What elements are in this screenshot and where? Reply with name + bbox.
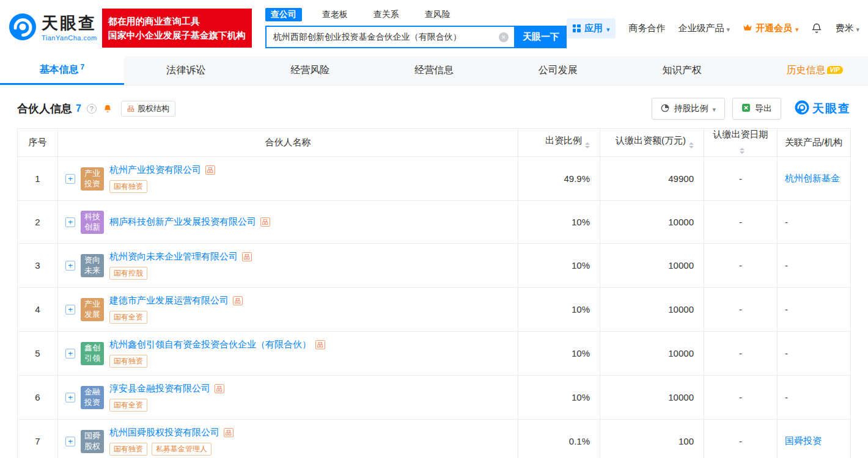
equity-structure-icon[interactable]	[233, 296, 243, 305]
partner-name-link[interactable]: 杭州国舜股权投资有限公司	[109, 427, 219, 438]
crown-icon	[743, 23, 752, 34]
enterprise-products-link[interactable]: 企业级产品	[678, 23, 730, 34]
holding-ratio-filter-button[interactable]: 持股比例	[652, 98, 725, 120]
partner-logo-badge: 产业发展	[81, 298, 104, 321]
subscribed-date-cell: -	[704, 157, 778, 201]
partner-logo-badge: 资向未来	[81, 254, 104, 277]
partner-tag: 国有独资	[109, 180, 147, 193]
partner-tags: 国有全资	[109, 311, 243, 324]
export-button[interactable]: 导出	[732, 98, 781, 120]
subscribed-date-cell: -	[704, 420, 778, 458]
pie-icon	[661, 104, 669, 114]
nav-tab[interactable]: 公司发展	[496, 56, 620, 85]
partner-name-link[interactable]: 杭州产业投资有限公司	[109, 164, 201, 176]
related-product-link[interactable]: 杭州创新基金	[785, 173, 840, 183]
nav-tab[interactable]: 经营风险	[248, 56, 372, 85]
row-index: 3	[18, 244, 58, 288]
sort-icon[interactable]	[585, 140, 590, 151]
related-product-cell: -	[778, 201, 851, 244]
subscribed-date-cell: -	[704, 244, 778, 288]
subscribed-date-cell: -	[704, 288, 778, 332]
expand-row-button[interactable]	[65, 217, 75, 227]
row-index: 5	[18, 332, 58, 376]
subscribed-amount-cell: 10000	[600, 288, 704, 332]
partners-table-body: 1 产业投资 杭州产业投资有限公司 国有独资 49.9% 49900 - 杭州创…	[18, 157, 851, 458]
user-menu[interactable]: 费米	[835, 23, 859, 34]
biz-coop-link[interactable]: 商务合作	[628, 23, 665, 34]
equity-structure-icon[interactable]	[242, 252, 252, 261]
partner-name-link[interactable]: 淳安县金融投资有限公司	[109, 383, 210, 394]
equity-structure-icon[interactable]	[215, 384, 224, 393]
equity-structure-icon[interactable]	[224, 428, 234, 437]
search-tab[interactable]: 查关系	[368, 8, 405, 21]
nav-tab[interactable]: 经营信息	[372, 56, 496, 85]
equity-structure-icon	[127, 105, 134, 112]
equity-structure-icon[interactable]	[260, 217, 270, 227]
column-header-ratio[interactable]: 出资比例	[518, 129, 600, 157]
nav-tab[interactable]: 历史信息VIP	[744, 56, 868, 85]
expand-row-button[interactable]	[65, 349, 75, 358]
nav-tab[interactable]: 基本信息7	[0, 56, 124, 85]
clear-search-icon[interactable]: ×	[499, 32, 509, 42]
search-tab[interactable]: 查老板	[317, 8, 353, 21]
capital-ratio-cell: 0.1%	[518, 420, 600, 458]
vip-upgrade-link[interactable]: 开通会员	[743, 23, 799, 34]
related-product-link[interactable]: 国舜投资	[785, 435, 822, 446]
expand-row-button[interactable]	[65, 261, 75, 271]
tianyancha-logo[interactable]: 天眼查 TianYanCha.com	[9, 13, 97, 43]
sort-icon[interactable]	[689, 140, 694, 151]
subscribed-amount-cell: 49900	[600, 157, 704, 201]
vip-badge: VIP	[827, 66, 843, 74]
sort-icon[interactable]	[740, 145, 745, 156]
related-product-cell: -	[778, 332, 851, 376]
capital-ratio-cell: 10%	[518, 288, 600, 332]
equity-structure-button[interactable]: 股权结构	[121, 101, 175, 117]
subscribe-bell-icon[interactable]	[103, 104, 112, 114]
partner-name-link[interactable]: 杭州资向未来企业管理有限公司	[109, 251, 238, 263]
partner-logo-badge: 产业投资	[81, 167, 104, 191]
partner-name-link[interactable]: 杭州鑫创引领自有资金投资合伙企业（有限合伙）	[109, 339, 311, 351]
subscribed-amount-cell: 10000	[600, 332, 704, 376]
expand-row-button[interactable]	[65, 174, 75, 184]
search-tab[interactable]: 查公司	[265, 8, 302, 21]
apps-menu-button[interactable]: 应用	[567, 18, 616, 38]
subscribed-amount-cell: 100	[600, 420, 704, 458]
nav-tab[interactable]: 法律诉讼	[124, 56, 248, 85]
partner-tags: 国有独资私募基金管理人	[109, 443, 234, 456]
partner-name-link[interactable]: 建德市产业发展运营有限公司	[109, 295, 229, 307]
column-header-date[interactable]: 认缴出资日期	[704, 129, 778, 157]
header-right: 应用 商务合作 企业级产品 开通会员 费米	[567, 18, 859, 38]
brand-name: 天眼查	[42, 15, 97, 33]
table-row: 3 资向未来 杭州资向未来企业管理有限公司 国有控股 10% 10000 - -	[18, 244, 851, 288]
notification-bell-icon[interactable]	[811, 23, 822, 34]
expand-row-button[interactable]	[65, 305, 75, 314]
nav-tab[interactable]: 知识产权	[620, 56, 744, 85]
row-index: 6	[18, 376, 58, 420]
equity-structure-icon[interactable]	[315, 340, 325, 349]
capital-ratio-cell: 10%	[518, 376, 600, 420]
partner-tag: 国有全资	[109, 311, 147, 324]
expand-row-button[interactable]	[65, 437, 75, 446]
subscribed-amount-cell: 10000	[600, 201, 704, 244]
promo-banner: 都在用的商业查询工具 国家中小企业发展子基金旗下机构	[102, 9, 252, 48]
brand-domain: TianYanCha.com	[42, 34, 97, 42]
partner-name-link[interactable]: 桐庐科技创新产业发展投资有限公司	[109, 216, 256, 228]
column-header-amount[interactable]: 认缴出资额(万元)	[600, 129, 704, 157]
search-tab[interactable]: 查风险	[419, 8, 456, 21]
expand-row-button[interactable]	[65, 393, 75, 402]
chevron-down-icon	[606, 23, 610, 34]
related-product-cell: -	[778, 244, 851, 288]
search-button[interactable]: 天眼一下	[515, 26, 567, 48]
row-index: 2	[18, 201, 58, 244]
partners-table: 序号 合伙人名称 出资比例 认缴出资额(万元) 认缴出资日期 关联产品/机构 1…	[17, 128, 851, 458]
table-row: 6 金融投资 淳安县金融投资有限公司 国有全资 10% 10000 - -	[18, 376, 851, 420]
search-input[interactable]	[272, 32, 495, 43]
equity-structure-icon[interactable]	[205, 165, 215, 175]
excel-export-icon	[741, 103, 751, 114]
capital-ratio-cell: 49.9%	[518, 157, 600, 201]
partner-tags: 国有独资	[109, 355, 325, 368]
row-index: 1	[18, 157, 58, 201]
capital-ratio-cell: 10%	[518, 332, 600, 376]
table-row: 2 科技创新 桐庐科技创新产业发展投资有限公司 10% 10000 - -	[18, 201, 851, 244]
help-icon[interactable]	[87, 104, 97, 114]
